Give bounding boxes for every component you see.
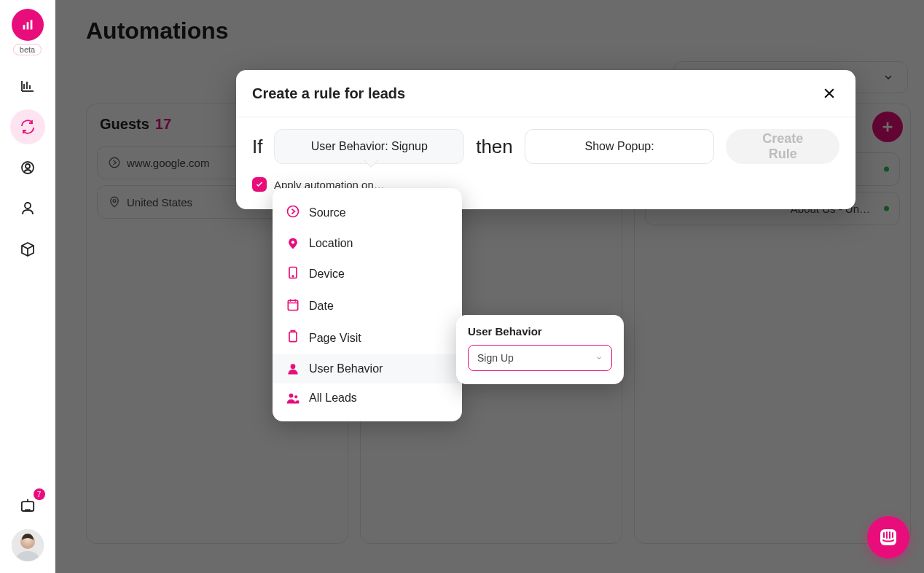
if-trigger-value: User Behavior: Signup [311, 140, 428, 153]
target-user-icon [19, 159, 36, 176]
svg-point-14 [292, 276, 294, 277]
device-icon [286, 265, 300, 280]
behavior-select-value: Sign Up [477, 352, 514, 364]
sidebar-nav [10, 69, 45, 267]
svg-rect-20 [880, 529, 896, 545]
user-behavior-popover: User Behavior Sign Up [456, 315, 624, 384]
svg-point-18 [289, 394, 294, 398]
menu-label: Date [309, 300, 334, 313]
if-trigger-slot[interactable]: User Behavior: Signup [274, 129, 464, 164]
bars-icon [20, 17, 36, 33]
then-action-value: Show Popup: [585, 140, 654, 153]
beta-badge: beta [13, 44, 42, 55]
app-sidebar: beta [0, 0, 55, 573]
svg-point-4 [26, 164, 30, 168]
chevron-down-icon [595, 354, 603, 362]
then-label: then [476, 136, 513, 158]
menu-label: Location [309, 237, 353, 250]
svg-rect-16 [289, 332, 297, 341]
apply-checkbox[interactable] [252, 177, 267, 192]
intercom-icon [878, 527, 898, 547]
modal-title: Create a rule for leads [252, 85, 405, 102]
svg-rect-1 [26, 22, 28, 29]
svg-point-19 [294, 395, 297, 398]
trigger-menu: Source Location Device Date Page Visit U… [273, 188, 462, 421]
svg-point-5 [25, 203, 31, 208]
assistant-button[interactable]: 7 [15, 493, 41, 519]
user-heart-icon [19, 200, 36, 217]
svg-rect-0 [23, 25, 25, 29]
menu-item-location[interactable]: Location [273, 229, 462, 258]
assistant-badge: 7 [34, 488, 45, 500]
svg-rect-2 [30, 20, 32, 30]
check-icon [255, 180, 264, 189]
menu-item-user-behavior[interactable]: User Behavior [273, 354, 462, 383]
then-action-slot[interactable]: Show Popup: [525, 129, 715, 164]
menu-label: Page Visit [309, 332, 361, 345]
source-icon [286, 204, 300, 219]
rule-row: If User Behavior: Signup then Show Popup… [252, 129, 839, 164]
modal-close-button[interactable] [819, 83, 839, 104]
close-icon [822, 86, 837, 101]
bot-icon [17, 496, 38, 516]
popover-heading: User Behavior [468, 325, 612, 338]
menu-item-page-visit[interactable]: Page Visit [273, 322, 462, 354]
location-icon [286, 236, 300, 251]
menu-item-date[interactable]: Date [273, 290, 462, 322]
nav-leads[interactable] [10, 191, 45, 226]
menu-label: All Leads [309, 391, 357, 405]
menu-label: Source [309, 206, 346, 219]
chart-icon [19, 77, 36, 95]
svg-point-11 [288, 206, 299, 217]
sidebar-bottom: 7 [12, 493, 44, 561]
nav-automations[interactable] [10, 109, 45, 144]
sync-icon [19, 118, 36, 136]
nav-product[interactable] [10, 232, 45, 267]
svg-point-12 [291, 241, 294, 243]
menu-label: Device [309, 268, 345, 281]
menu-item-all-leads[interactable]: All Leads [273, 383, 462, 413]
clipboard-icon [286, 330, 300, 344]
behavior-select[interactable]: Sign Up [468, 345, 612, 371]
modal-header: Create a rule for leads [236, 70, 856, 117]
menu-label: User Behavior [309, 362, 383, 375]
nav-audience[interactable] [10, 150, 45, 185]
user-avatar[interactable] [12, 529, 44, 561]
brand-logo[interactable] [12, 9, 44, 41]
user-icon [286, 362, 300, 376]
menu-item-source[interactable]: Source [273, 197, 462, 229]
nav-analytics[interactable] [10, 69, 45, 104]
if-label: If [252, 136, 262, 158]
intercom-launcher[interactable] [867, 516, 909, 558]
svg-rect-15 [288, 300, 297, 310]
avatar-image [12, 529, 44, 561]
calendar-icon [286, 297, 300, 312]
svg-point-17 [291, 364, 296, 369]
menu-item-device[interactable]: Device [273, 258, 462, 290]
users-icon [286, 391, 300, 405]
box-icon [19, 241, 36, 258]
create-rule-button[interactable]: Create Rule [726, 129, 839, 164]
brand: beta [12, 9, 44, 55]
